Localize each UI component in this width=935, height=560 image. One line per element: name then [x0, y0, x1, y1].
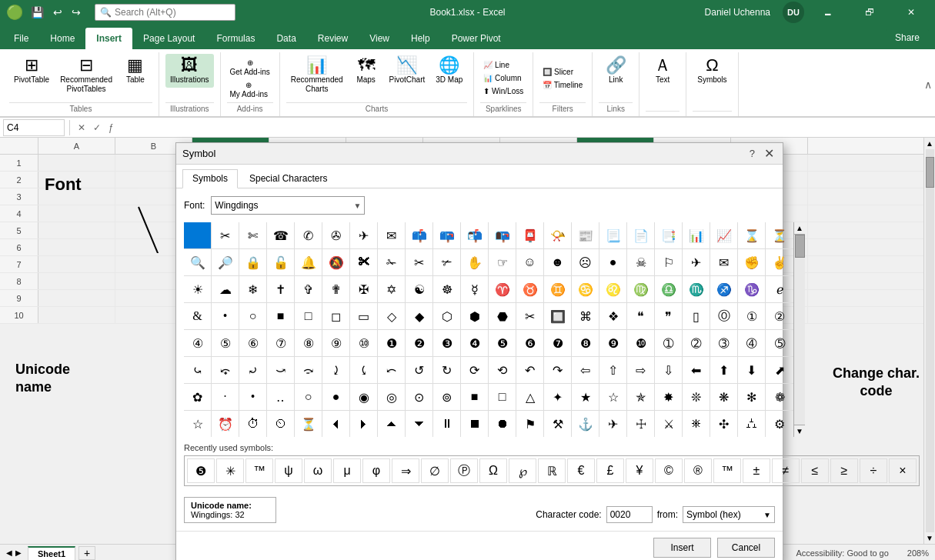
symbol-cell[interactable]: ❹: [461, 330, 489, 356]
symbol-cell[interactable]: ✈: [683, 249, 710, 275]
symbol-cell[interactable]: ❄: [239, 276, 267, 302]
symbol-cell[interactable]: ⏵: [350, 411, 378, 437]
cell-a7[interactable]: [38, 256, 115, 272]
symbol-cell[interactable]: ◇: [378, 303, 406, 329]
symbol-cell[interactable]: ⑧: [295, 330, 322, 356]
recommended-pivot-button[interactable]: ⊟ RecommendedPivotTables: [55, 54, 117, 97]
illustrations-button[interactable]: 🖼 Illustrations: [165, 54, 214, 88]
symbol-cell[interactable]: ✆: [295, 222, 322, 248]
recently-cell[interactable]: ×: [889, 458, 917, 483]
cell-a5[interactable]: [38, 222, 115, 238]
recently-cell[interactable]: ™: [245, 458, 273, 483]
symbol-cell[interactable]: ⬅: [683, 357, 710, 383]
symbol-cell[interactable]: ⬣: [489, 303, 516, 329]
symbol-cell[interactable]: ➄: [766, 330, 793, 356]
recently-cell[interactable]: ψ: [275, 458, 302, 483]
symbol-cell[interactable]: ❊: [683, 384, 710, 410]
symbol-cell[interactable]: 📑: [655, 222, 683, 248]
symbol-cell[interactable]: ⏲: [267, 411, 295, 437]
symbol-cell[interactable]: •: [212, 303, 239, 329]
symbol-cell[interactable]: ⚑: [516, 411, 544, 437]
symbol-cell[interactable]: ✣: [710, 411, 738, 437]
symbol-cell[interactable]: •: [239, 384, 267, 410]
col-header-a[interactable]: A: [38, 138, 115, 154]
symbol-cell[interactable]: Ⓞ: [710, 303, 738, 329]
symbol-cell[interactable]: ⤾: [239, 357, 267, 383]
symbols-button[interactable]: Ω Symbols: [693, 54, 731, 88]
symbol-cell[interactable]: ⤻: [267, 357, 295, 383]
symbol-cell[interactable]: ☯: [406, 276, 433, 302]
recently-cell[interactable]: ±: [743, 458, 770, 483]
recently-cell[interactable]: €: [567, 458, 595, 483]
symbol-cell[interactable]: ⏰: [212, 411, 239, 437]
insert-function-icon[interactable]: ƒ: [105, 121, 117, 135]
symbol-cell[interactable]: ‥: [267, 384, 295, 410]
symbol-cell[interactable]: ℯ: [766, 276, 793, 302]
symbol-cell[interactable]: ✈: [350, 222, 378, 248]
scroll-right-icon[interactable]: ▶: [15, 548, 22, 557]
dialog-tab-symbols[interactable]: Symbols: [182, 169, 238, 188]
scroll-up-icon[interactable]: ▲: [926, 139, 933, 148]
recently-cell[interactable]: ™: [713, 458, 741, 483]
tab-review[interactable]: Review: [307, 28, 359, 49]
symbol-cell[interactable]: ❶: [378, 330, 406, 356]
tab-help[interactable]: Help: [400, 28, 441, 49]
symbol-cell[interactable]: ❻: [516, 330, 544, 356]
symbol-cell[interactable]: ⚓: [572, 411, 599, 437]
recently-cell[interactable]: ⇒: [392, 458, 419, 483]
recently-cell[interactable]: μ: [333, 458, 361, 483]
symbol-cell[interactable]: ❁: [766, 384, 793, 410]
tab-file[interactable]: File: [3, 28, 39, 49]
cell-a8[interactable]: [38, 273, 115, 289]
undo-icon[interactable]: ↩: [50, 5, 65, 20]
tab-home[interactable]: Home: [39, 28, 85, 49]
symbol-cell[interactable]: ❝: [627, 303, 655, 329]
symbol-cell[interactable]: ☀: [184, 276, 212, 302]
winloss-sparkline-button[interactable]: ⬆ Win/Loss: [480, 85, 526, 97]
symbol-scroll-down[interactable]: ▼: [794, 425, 805, 437]
symbol-cell[interactable]: ❋: [710, 384, 738, 410]
symbol-cell[interactable]: ♍: [627, 276, 655, 302]
recently-cell[interactable]: ≠: [772, 458, 800, 483]
vertical-scrollbar[interactable]: ▲ ▼: [923, 138, 935, 544]
symbol-cell[interactable]: ■: [461, 384, 489, 410]
symbol-cell[interactable]: ↻: [433, 357, 461, 383]
symbol-cell[interactable]: ⑩: [350, 330, 378, 356]
text-button[interactable]: Ａ Text: [646, 54, 680, 88]
sheet-tab-sheet1[interactable]: Sheet1: [28, 546, 75, 560]
symbol-cell[interactable]: ■: [267, 303, 295, 329]
redo-icon[interactable]: ↪: [68, 5, 84, 20]
tab-data[interactable]: Data: [265, 28, 306, 49]
name-box[interactable]: C4: [3, 119, 65, 136]
symbol-cell[interactable]: ☆: [599, 384, 627, 410]
symbol-scrollbar[interactable]: ▲ ▼: [793, 222, 805, 437]
symbol-cell[interactable]: ↷: [544, 357, 572, 383]
symbol-cell[interactable]: ⏳: [766, 222, 793, 248]
symbol-cell[interactable]: 🔓: [267, 249, 295, 275]
symbol-cell[interactable]: ☆: [184, 411, 212, 437]
symbol-cell[interactable]: ⤽: [212, 357, 239, 383]
symbol-cell[interactable]: ♈: [489, 276, 516, 302]
symbol-cell[interactable]: ⚐: [655, 249, 683, 275]
symbol-cell[interactable]: ·: [212, 384, 239, 410]
symbol-cell[interactable]: ☩: [627, 411, 655, 437]
symbol-cell[interactable]: ☞: [489, 249, 516, 275]
dialog-help-button[interactable]: ?: [750, 148, 755, 159]
symbol-cell[interactable]: ⤺: [378, 357, 406, 383]
symbol-cell[interactable]: 📃: [599, 222, 627, 248]
font-select[interactable]: Wingdings ▼: [211, 196, 365, 215]
symbol-cell[interactable]: ⌛: [738, 222, 766, 248]
pivot-chart-button[interactable]: 📉 PivotChart: [385, 54, 430, 88]
symbol-cell[interactable]: ✂: [406, 249, 433, 275]
recently-cell[interactable]: £: [596, 458, 624, 483]
cancel-button[interactable]: Cancel: [717, 538, 775, 558]
symbol-cell[interactable]: 🔒: [239, 249, 267, 275]
recently-cell[interactable]: φ: [362, 458, 390, 483]
symbol-cell[interactable]: ⤿: [184, 357, 212, 383]
maps-button[interactable]: 🗺 Maps: [349, 54, 383, 88]
symbol-cell[interactable]: ✡: [378, 276, 406, 302]
symbol-cell[interactable]: ☺: [516, 249, 544, 275]
symbol-cell[interactable]: ☎: [267, 222, 295, 248]
cell-a4[interactable]: [38, 205, 115, 222]
tab-insert[interactable]: Insert: [85, 28, 132, 49]
